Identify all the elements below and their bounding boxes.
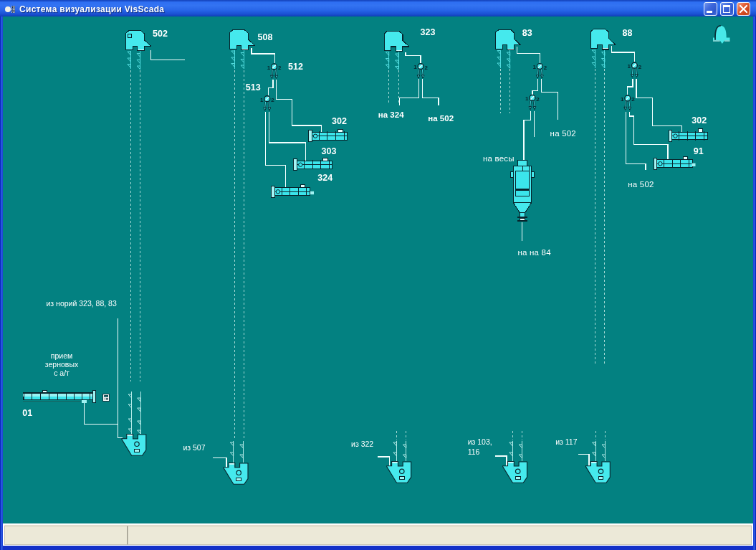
svg-text:из 507: из 507 — [183, 443, 205, 452]
svg-text:83: 83 — [522, 28, 532, 38]
svg-text:303: 303 — [322, 146, 337, 156]
svg-text:на на 84: на на 84 — [518, 248, 552, 257]
svg-text:324: 324 — [317, 173, 332, 183]
svg-text:на 502: на 502 — [428, 114, 454, 123]
svg-text:302: 302 — [692, 115, 707, 125]
svg-text:508: 508 — [258, 32, 273, 42]
svg-text:01: 01 — [22, 408, 32, 418]
svg-text:из норий 323, 88, 83: из норий 323, 88, 83 — [47, 299, 117, 308]
svg-text:на 502: на 502 — [628, 180, 654, 189]
svg-text:из 322: из 322 — [351, 440, 373, 448]
svg-text:302: 302 — [332, 116, 347, 126]
svg-text:513: 513 — [246, 82, 261, 93]
svg-text:на весы: на весы — [483, 154, 515, 163]
svg-text:323: 323 — [421, 27, 436, 37]
svg-text:88: 88 — [623, 28, 633, 38]
svg-text:прием: прием — [51, 351, 72, 360]
svg-text:из 103,: из 103, — [468, 437, 492, 446]
svg-text:512: 512 — [288, 62, 303, 72]
svg-text:116: 116 — [468, 447, 480, 456]
svg-text:зерновых: зерновых — [45, 360, 79, 369]
svg-text:с а/т: с а/т — [54, 369, 70, 377]
svg-text:на 324: на 324 — [378, 110, 404, 119]
svg-text:502: 502 — [153, 29, 168, 39]
svg-text:на 502: на 502 — [550, 129, 576, 138]
svg-text:из 117: из 117 — [555, 437, 577, 446]
svg-text:91: 91 — [694, 146, 704, 156]
